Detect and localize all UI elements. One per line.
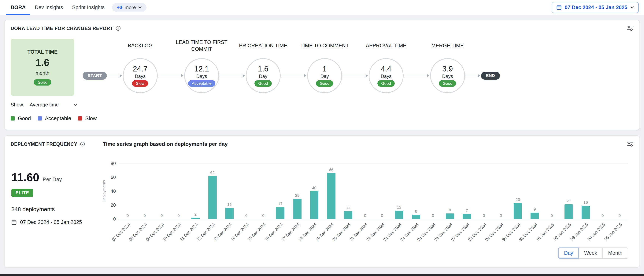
dashboard-content: DORA LEAD TIME FOR CHANGES REPORT TOTAL … [0,15,644,272]
bar-value-label: 0 [126,213,129,218]
deployment-bar[interactable] [412,215,420,219]
x-axis-label: 03 Jan 2025 [570,222,589,242]
lead-time-card-title: DORA LEAD TIME FOR CHANGES REPORT [11,26,113,31]
flow-arrow-icon [465,73,481,78]
legend-item-acceptable: Acceptable [38,115,71,121]
stage-circle: 3.9DaysGood [430,58,465,93]
stage-circle: 1.6DayGood [246,58,281,93]
deployment-bar[interactable] [293,199,302,219]
date-range-picker[interactable]: 07 Dec 2024 - 05 Jan 2025 [552,2,639,13]
deployments-total: 348 deployments [12,206,100,213]
stage-title: BACKLOG [111,37,170,58]
deployment-frequency-card: DEPLOYMENT FREQUENCY Time series graph b… [4,135,640,268]
bar-value-label: 7 [466,208,468,213]
performance-tier-badge: ELITE [12,189,33,197]
flow-arrow-icon [404,73,430,78]
deployment-title-group: DEPLOYMENT FREQUENCY [11,142,100,147]
stage-badge: Acceptable [188,80,215,87]
y-axis-tick: 20 [110,202,116,208]
show-dropdown-value: Average time [30,102,59,108]
deployment-bar[interactable] [344,211,352,219]
more-tabs-button[interactable]: +3 more [112,3,146,12]
x-axis-label: 08 Dec 2024 [128,222,148,242]
stage-badge: Good [439,80,456,87]
deployment-bar[interactable] [582,206,590,219]
tab-sprint-insights[interactable]: Sprint Insights [68,0,109,15]
deployment-bar[interactable] [395,211,403,219]
stage-backlog: BACKLOG24.7DaysSlow [123,58,158,93]
bar-value-label: 6 [415,209,417,214]
bar-value-label: 0 [160,213,163,218]
flow-arrow-icon [281,73,307,78]
total-time-box: TOTAL TIME 1.6 month Good [11,39,74,96]
y-axis-tick: 80 [110,161,116,166]
deployment-bar[interactable] [310,191,318,219]
end-pill: END [481,72,500,80]
deployment-bar[interactable] [225,208,234,219]
deployment-bar[interactable] [327,173,336,219]
x-axis-label: 04 Jan 2025 [586,222,606,242]
bar-value-label: 66 [329,168,334,172]
info-icon[interactable] [80,142,85,147]
dora-dashboard: DORADev InsightsSprint Insights +3 more … [0,0,644,276]
granularity-week[interactable]: Week [578,247,603,259]
x-axis-label: 21 Dec 2024 [348,222,369,242]
stage-badge: Good [378,80,395,87]
deployment-bar[interactable] [191,218,200,219]
deployment-date-range: 07 Dec 2024 - 05 Jan 2025 [12,219,100,225]
stage-title: TIME TO COMMENT [295,37,354,58]
bar-value-label: 19 [584,200,588,205]
granularity-month[interactable]: Month [602,247,628,259]
legend-label: Slow [85,115,97,121]
x-axis-label: 01 Jan 2025 [536,222,555,242]
info-icon[interactable] [116,26,121,31]
deployment-bar[interactable] [463,214,471,219]
deployment-bar[interactable] [514,203,522,219]
topbar-spacer [146,0,552,15]
show-dropdown[interactable]: Average time [30,102,78,108]
deployment-card-header: DEPLOYMENT FREQUENCY Time series graph b… [11,141,633,147]
granularity-day[interactable]: Day [558,247,579,259]
deployment-bar[interactable] [208,176,217,219]
top-navigation-bar: DORADev InsightsSprint Insights +3 more … [0,0,644,15]
deployment-bar[interactable] [564,204,573,219]
x-axis-label: 13 Dec 2024 [213,222,233,242]
tab-dora[interactable]: DORA [6,0,30,15]
stage-title: PR CREATION TIME [234,37,292,58]
stage-unit: Day [320,74,329,79]
deployment-bar[interactable] [446,213,454,219]
y-axis-tick: 60 [110,175,116,180]
stage-merge-time: MERGE TIME3.9DaysGood [430,58,465,93]
deployment-settings-button[interactable] [627,141,633,147]
show-label: Show: [11,102,24,108]
x-axis-label: 31 Dec 2024 [518,222,538,242]
deployment-rate: 11.60 Per Day [12,171,100,184]
x-axis-label: 05 Jan 2025 [604,222,623,242]
chevron-down-icon [630,6,634,9]
more-tabs-count: +3 [117,5,122,11]
stage-value: 24.7 [133,65,148,73]
stage-value: 3.9 [442,65,453,73]
flow-arrow-icon [158,73,184,78]
lead-time-settings-button[interactable] [627,26,633,31]
more-tabs-label: more [125,5,136,11]
lead-time-card: DORA LEAD TIME FOR CHANGES REPORT TOTAL … [4,20,640,130]
legend-label: Acceptable [45,115,71,121]
bar-value-label: 0 [551,213,553,218]
calendar-icon [556,5,562,10]
x-axis-label: 19 Dec 2024 [314,222,335,242]
x-axis-labels: 07 Dec 202408 Dec 202409 Dec 202410 Dec … [119,219,628,247]
flow-arrow-icon [107,73,123,78]
bar-value-label: 0 [144,213,146,218]
x-axis-label: 29 Dec 2024 [484,222,504,242]
deployment-bar[interactable] [530,213,539,219]
bar-value-label: 8 [449,208,451,212]
stage-badge: Good [316,80,333,87]
stage-value: 1.6 [258,65,268,73]
calendar-icon [12,220,17,225]
flow-arrow-icon [342,73,369,78]
bar-value-label: 0 [432,213,434,218]
tab-dev-insights[interactable]: Dev Insights [30,0,68,15]
deployment-bar[interactable] [276,207,284,219]
legend: GoodAcceptableSlow [11,115,633,121]
